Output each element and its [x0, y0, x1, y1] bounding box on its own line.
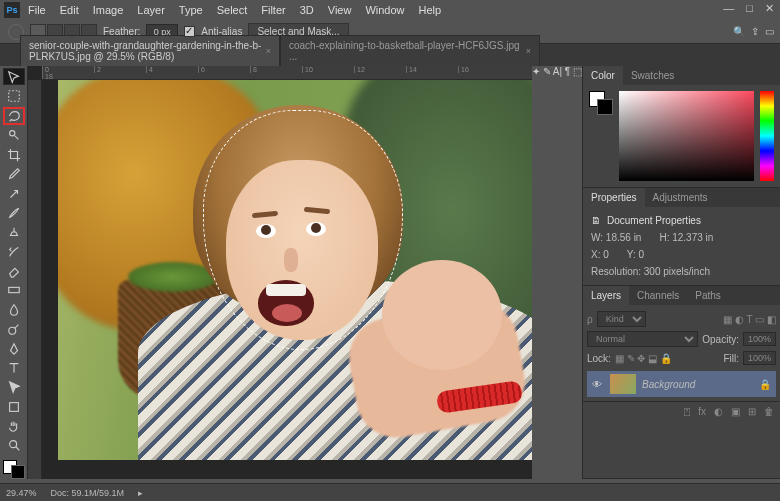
- svg-rect-0: [8, 91, 19, 102]
- document-tab-inactive[interactable]: coach-explaining-to-basketball-player-HC…: [280, 35, 540, 66]
- menu-select[interactable]: Select: [211, 2, 254, 18]
- panel-color-swatch[interactable]: [589, 91, 613, 115]
- blend-mode-select[interactable]: Normal: [587, 331, 698, 347]
- gradient-tool[interactable]: [3, 282, 25, 299]
- layer-row[interactable]: 👁 Background 🔒: [587, 371, 776, 397]
- color-field[interactable]: [619, 91, 754, 181]
- visibility-icon[interactable]: 👁: [590, 379, 604, 390]
- zoom-tool[interactable]: [3, 437, 25, 454]
- fill-label: Fill:: [723, 353, 739, 364]
- history-panel-icon[interactable]: ✦: [532, 66, 540, 77]
- window-minimize-icon[interactable]: —: [723, 2, 734, 15]
- crop-tool[interactable]: [3, 146, 25, 163]
- link-layers-icon[interactable]: ⍞: [684, 406, 690, 417]
- delete-layer-icon[interactable]: 🗑: [764, 406, 774, 417]
- menu-help[interactable]: Help: [413, 2, 448, 18]
- history-brush-tool[interactable]: [3, 243, 25, 260]
- tools-panel: [0, 66, 28, 479]
- status-chevron-icon[interactable]: ▸: [138, 488, 143, 498]
- lasso-tool[interactable]: [3, 107, 25, 125]
- quick-select-tool[interactable]: [3, 127, 25, 144]
- type-tool[interactable]: [3, 359, 25, 376]
- color-swatches[interactable]: [3, 460, 25, 479]
- dodge-tool[interactable]: [3, 321, 25, 338]
- menu-type[interactable]: Type: [173, 2, 209, 18]
- brush-panel-icon[interactable]: ✎: [543, 66, 551, 77]
- clone-stamp-tool[interactable]: [3, 224, 25, 241]
- opacity-label: Opacity:: [702, 334, 739, 345]
- paths-tab[interactable]: Paths: [687, 286, 729, 305]
- menu-filter[interactable]: Filter: [255, 2, 291, 18]
- svg-rect-2: [8, 288, 19, 293]
- 3d-panel-icon[interactable]: ⬚: [573, 66, 582, 77]
- properties-tab[interactable]: Properties: [583, 188, 645, 207]
- eraser-tool[interactable]: [3, 262, 25, 279]
- filter-kind-label: ρ: [587, 314, 593, 325]
- workspace-icon[interactable]: ▭: [765, 26, 774, 37]
- window-maximize-icon[interactable]: □: [746, 2, 753, 15]
- swatches-tab[interactable]: Swatches: [623, 66, 682, 85]
- menu-layer[interactable]: Layer: [131, 2, 171, 18]
- brush-tool[interactable]: [3, 204, 25, 221]
- document-tab-label: senior-couple-with-grandaughter-gardenin…: [29, 40, 262, 62]
- hue-slider[interactable]: [760, 91, 774, 181]
- layer-thumbnail[interactable]: [610, 374, 636, 394]
- menubar: Ps File Edit Image Layer Type Select Fil…: [0, 0, 780, 20]
- layer-name: Background: [642, 379, 695, 390]
- new-group-icon[interactable]: ▣: [731, 406, 740, 417]
- doc-size-label: Doc:: [51, 488, 70, 498]
- hand-tool[interactable]: [3, 417, 25, 434]
- eyedropper-tool[interactable]: [3, 166, 25, 183]
- paragraph-panel-icon[interactable]: ¶: [565, 66, 570, 77]
- menu-view[interactable]: View: [322, 2, 358, 18]
- filter-kind-select[interactable]: Kind: [597, 311, 646, 327]
- close-tab-icon[interactable]: ×: [266, 46, 271, 56]
- image-content: [58, 80, 532, 460]
- search-icon[interactable]: 🔍: [733, 26, 745, 37]
- document-tabs: senior-couple-with-grandaughter-gardenin…: [0, 44, 780, 66]
- layer-style-icon[interactable]: fx: [698, 406, 706, 417]
- document-canvas[interactable]: [42, 80, 532, 479]
- menu-file[interactable]: File: [22, 2, 52, 18]
- fill-value[interactable]: 100%: [743, 351, 776, 365]
- move-tool[interactable]: [3, 68, 25, 85]
- shape-tool[interactable]: [3, 398, 25, 415]
- layers-tab[interactable]: Layers: [583, 286, 629, 305]
- lock-icon[interactable]: 🔒: [759, 379, 773, 390]
- share-icon[interactable]: ⇪: [751, 26, 759, 37]
- color-tab[interactable]: Color: [583, 66, 623, 85]
- status-bar: 29.47% Doc: 59.1M/59.1M ▸: [0, 483, 780, 501]
- svg-rect-4: [9, 402, 18, 411]
- menu-image[interactable]: Image: [87, 2, 130, 18]
- pen-tool[interactable]: [3, 340, 25, 357]
- healing-brush-tool[interactable]: [3, 185, 25, 202]
- channels-tab[interactable]: Channels: [629, 286, 687, 305]
- doc-size-value: 59.1M/59.1M: [72, 488, 125, 498]
- path-select-tool[interactable]: [3, 379, 25, 396]
- document-tab-active[interactable]: senior-couple-with-grandaughter-gardenin…: [20, 35, 280, 66]
- ruler-vertical[interactable]: [28, 80, 42, 479]
- adjustments-tab[interactable]: Adjustments: [645, 188, 716, 207]
- menu-3d[interactable]: 3D: [294, 2, 320, 18]
- app-logo-icon: Ps: [4, 2, 20, 18]
- menu-window[interactable]: Window: [359, 2, 410, 18]
- canvas-area: 024681012141618: [28, 66, 532, 479]
- properties-panel: Properties Adjustments 🗎 Document Proper…: [583, 188, 780, 286]
- antialias-checkbox[interactable]: [184, 26, 195, 37]
- marquee-tool[interactable]: [3, 87, 25, 104]
- opacity-value[interactable]: 100%: [743, 332, 776, 346]
- zoom-level[interactable]: 29.47%: [6, 488, 37, 498]
- layer-mask-icon[interactable]: ◐: [714, 406, 723, 417]
- character-panel-icon[interactable]: A|: [553, 66, 562, 77]
- lock-label: Lock:: [587, 353, 611, 364]
- ruler-horizontal[interactable]: 024681012141618: [42, 66, 532, 80]
- document-tab-label: coach-explaining-to-basketball-player-HC…: [289, 40, 522, 62]
- svg-point-3: [8, 327, 15, 334]
- blur-tool[interactable]: [3, 301, 25, 318]
- new-layer-icon[interactable]: ⊞: [748, 406, 756, 417]
- menu-edit[interactable]: Edit: [54, 2, 85, 18]
- close-tab-icon[interactable]: ×: [526, 46, 531, 56]
- layers-panel: Layers Channels Paths ρ Kind ▦ ◐ T ▭ ◧ N…: [583, 286, 780, 479]
- right-panels: Color Swatches Properties Adjustments 🗎 …: [582, 66, 780, 479]
- window-close-icon[interactable]: ✕: [765, 2, 774, 15]
